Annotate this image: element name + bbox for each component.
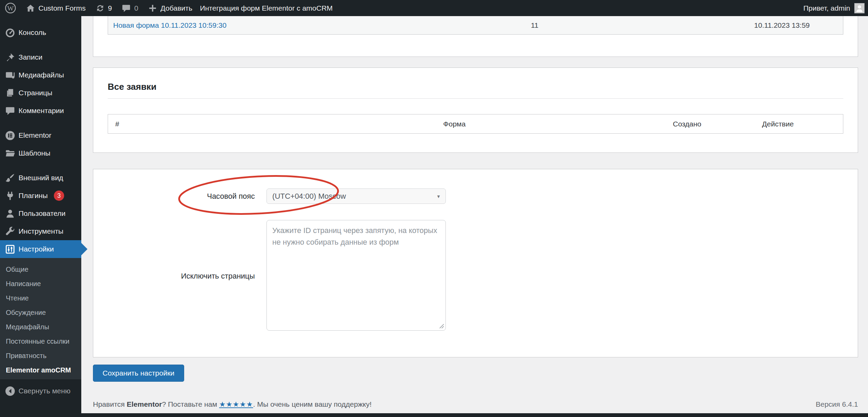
sidebar-separator [0, 41, 81, 48]
admin-bar-page-title[interactable]: Интеграция форм Elementor с amoCRM [197, 0, 337, 16]
timezone-row: Часовой пояс (UTC+04:00) Moscow ▼ [108, 188, 843, 204]
admin-bar: W Custom Forms 9 0 Добавить Интеграция ф… [0, 0, 868, 16]
sidebar-item-plugins[interactable]: Плагины 3 [0, 187, 81, 205]
comments-menu[interactable]: 0 [117, 0, 143, 16]
wordpress-logo-icon: W [5, 2, 16, 14]
comments-icon [5, 106, 15, 116]
sidebar-item-label: Комментарии [19, 107, 64, 115]
new-content-menu[interactable]: Добавить [143, 0, 197, 16]
submenu-item-general[interactable]: Общие [0, 262, 81, 277]
site-name-label: Custom Forms [38, 4, 86, 12]
settings-card: Часовой пояс (UTC+04:00) Moscow ▼ Исключ… [93, 169, 858, 357]
sidebar-item-posts[interactable]: Записи [0, 48, 81, 66]
page-title-label: Интеграция форм Elementor с amoCRM [200, 4, 333, 12]
submenu-item-writing[interactable]: Написание [0, 277, 81, 291]
elementor-icon [5, 130, 15, 141]
templates-icon [5, 148, 15, 159]
timezone-selected-value: (UTC+04:00) Moscow [272, 192, 346, 201]
sidebar-separator [0, 120, 81, 126]
plugins-update-badge: 3 [54, 191, 64, 201]
sidebar-item-appearance[interactable]: Внешний вид [0, 169, 81, 187]
comment-icon [121, 3, 131, 13]
wordpress-menu[interactable]: W [0, 0, 21, 16]
sidebar-item-comments[interactable]: Комментарии [0, 102, 81, 120]
greeting-label[interactable]: Привет, admin [803, 4, 850, 12]
submenu-label: Медиафайлы [6, 323, 49, 331]
sidebar-item-label: Плагины [19, 192, 48, 200]
requests-table-header: # Форма Создано Действие [108, 114, 843, 134]
forms-list-card: Новая форма 10.11.2023 10:59:30 11 10.11… [93, 16, 858, 57]
form-date-cell: 10.11.2023 13:59 [579, 21, 843, 29]
form-count-cell: 11 [490, 21, 579, 29]
submenu-item-permalinks[interactable]: Постоянные ссылки [0, 334, 81, 348]
new-content-label: Добавить [160, 4, 192, 12]
column-header-number: # [108, 120, 243, 128]
sidebar-item-media[interactable]: Медиафайлы [0, 66, 81, 84]
sidebar-item-label: Внешний вид [19, 174, 63, 182]
column-header-action: Действие [755, 120, 844, 128]
appearance-icon [5, 173, 15, 183]
sidebar-item-templates[interactable]: Шаблоны [0, 144, 81, 162]
submenu-label: Постоянные ссылки [6, 338, 70, 345]
svg-text:W: W [7, 4, 14, 12]
footer-text: . Мы очень ценим вашу поддержку! [253, 400, 371, 408]
sidebar-item-label: Пользователи [19, 209, 66, 218]
exclude-pages-wrap [266, 220, 446, 332]
admin-sidebar: Консоль Записи Медиафайлы Страницы Комме… [0, 16, 81, 413]
sidebar-item-label: Медиафайлы [19, 71, 64, 79]
chevron-down-icon: ▼ [436, 194, 441, 199]
plugins-icon [5, 191, 15, 201]
timezone-label: Часовой пояс [108, 192, 255, 201]
collapse-menu-button[interactable]: Свернуть меню [0, 382, 81, 400]
submenu-item-media[interactable]: Медиафайлы [0, 320, 81, 334]
rating-stars-link[interactable]: ★★★★★ [219, 400, 253, 408]
footer-text: ? Поставьте нам [162, 400, 219, 408]
timezone-select[interactable]: (UTC+04:00) Moscow ▼ [266, 188, 446, 204]
main-content: Новая форма 10.11.2023 10:59:30 11 10.11… [81, 16, 868, 413]
submenu-item-privacy[interactable]: Приватность [0, 348, 81, 363]
footer-text: Нравится [93, 400, 127, 408]
exclude-pages-textarea[interactable] [266, 220, 446, 331]
sidebar-item-label: Elementor [19, 131, 51, 139]
media-icon [5, 70, 15, 81]
footer-brand: Elementor [127, 400, 162, 408]
dashboard-icon [5, 27, 15, 38]
submenu-item-elementor-amocrm[interactable]: Elementor amoCRM [0, 363, 81, 377]
sidebar-item-label: Шаблоны [19, 149, 50, 157]
pin-icon [5, 52, 15, 63]
resize-handle-icon[interactable] [439, 324, 444, 329]
user-avatar[interactable] [854, 3, 865, 13]
wordpress-admin-screen: W Custom Forms 9 0 Добавить Интеграция ф… [0, 0, 868, 417]
tools-icon [5, 226, 15, 237]
submenu-item-discussion[interactable]: Обсуждение [0, 305, 81, 320]
requests-card: Все заявки # Форма Создано Действие [93, 68, 858, 153]
submenu-label: Приватность [6, 352, 47, 360]
footer-like-text: Нравится Elementor? Поставьте нам ★★★★★.… [93, 400, 372, 408]
sidebar-item-users[interactable]: Пользователи [0, 205, 81, 222]
column-header-created: Создано [666, 120, 755, 128]
table-row: Новая форма 10.11.2023 10:59:30 11 10.11… [108, 16, 843, 35]
save-settings-button[interactable]: Сохранить настройки [93, 365, 184, 382]
home-icon [26, 3, 35, 13]
sidebar-item-pages[interactable]: Страницы [0, 84, 81, 102]
collapse-menu-label: Свернуть меню [19, 387, 70, 395]
site-name-menu[interactable]: Custom Forms [21, 0, 91, 16]
updates-count: 9 [108, 4, 112, 12]
submenu-label: Обсуждение [6, 309, 46, 317]
exclude-pages-row: Исключить страницы [108, 220, 843, 332]
submenu-label: Общие [6, 266, 28, 273]
submenu-item-reading[interactable]: Чтение [0, 291, 81, 305]
collapse-icon [5, 386, 15, 396]
exclude-pages-label: Исключить страницы [108, 272, 255, 281]
form-link[interactable]: Новая форма 10.11.2023 10:59:30 [113, 21, 226, 29]
divider [108, 98, 843, 99]
updates-menu[interactable]: 9 [91, 0, 117, 16]
comments-count: 0 [134, 4, 138, 12]
sidebar-item-settings[interactable]: Настройки [0, 240, 81, 258]
sidebar-item-label: Инструменты [19, 227, 63, 235]
sidebar-item-tools[interactable]: Инструменты [0, 222, 81, 240]
sidebar-separator [0, 162, 81, 169]
sidebar-item-dashboard[interactable]: Консоль [0, 24, 81, 41]
sidebar-item-label: Записи [19, 53, 43, 61]
sidebar-item-elementor[interactable]: Elementor [0, 126, 81, 144]
